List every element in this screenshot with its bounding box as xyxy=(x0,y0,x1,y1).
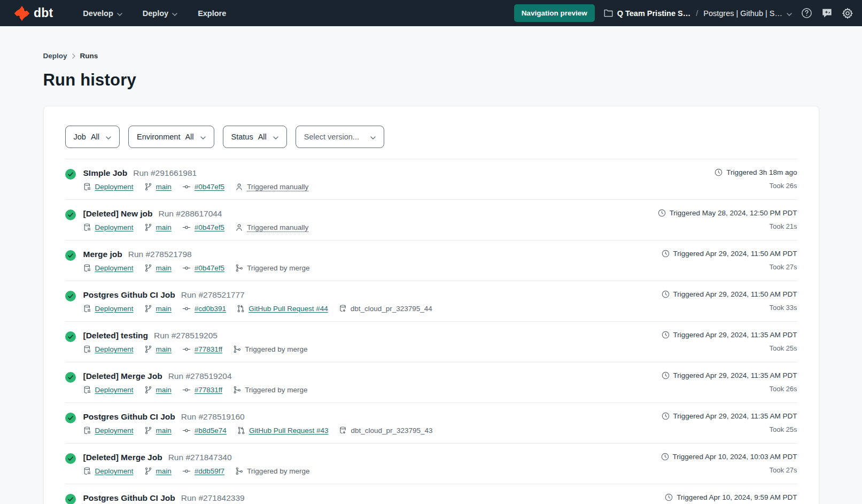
environment-link[interactable]: Deployment xyxy=(95,345,134,353)
environment-link[interactable]: Deployment xyxy=(95,264,134,272)
commit-detail: #0b47ef5 xyxy=(182,223,224,231)
run-duration: Took 25s xyxy=(653,425,797,433)
environment-link[interactable]: Deployment xyxy=(95,386,134,394)
status-filter-dropdown[interactable]: Status All xyxy=(223,126,287,148)
environment-link[interactable]: Deployment xyxy=(95,305,134,313)
run-job-name-link[interactable]: [Deleted] Merge Job xyxy=(83,371,162,381)
database-icon xyxy=(83,223,91,231)
run-success-icon xyxy=(65,453,76,464)
environment-filter-dropdown[interactable]: Environment All xyxy=(128,126,214,148)
branch-detail: main xyxy=(144,467,172,475)
git-commit-icon xyxy=(182,305,191,313)
clock-icon xyxy=(662,290,670,298)
run-job-name-link[interactable]: [Deleted] Merge Job xyxy=(83,453,162,462)
run-duration: Took 26s xyxy=(653,385,797,393)
primary-nav: Develop Deploy Explore xyxy=(83,9,226,18)
git-commit-icon xyxy=(182,427,191,435)
nav-item-deploy[interactable]: Deploy xyxy=(143,9,177,18)
environment-link[interactable]: Deployment xyxy=(95,467,134,475)
pull-request-icon xyxy=(237,427,245,435)
nav-item-develop[interactable]: Develop xyxy=(83,9,122,18)
branch-link[interactable]: main xyxy=(156,183,172,191)
pull-request-link[interactable]: GitHub Pull Request #43 xyxy=(249,427,329,435)
run-job-name-link[interactable]: Postgres Github CI Job xyxy=(83,290,175,300)
filter-value: All xyxy=(258,133,267,141)
run-job-name-link[interactable]: [Deleted] New job xyxy=(83,209,153,219)
commit-link[interactable]: #0b47ef5 xyxy=(195,264,224,272)
run-number: Run #278519205 xyxy=(154,331,218,340)
clock-icon xyxy=(662,412,670,420)
run-job-name-link[interactable]: SImple Job xyxy=(83,168,128,178)
trigger-merge-detail: Triggered by merge xyxy=(233,386,307,394)
commit-link[interactable]: #ddb59f7 xyxy=(195,467,224,475)
run-row: [Deleted] New job Run #288617044 Deploym… xyxy=(65,200,797,241)
trigger-merge-label: Triggered by merge xyxy=(245,386,307,394)
run-success-icon xyxy=(65,413,76,423)
help-icon[interactable] xyxy=(801,7,812,19)
nav-item-explore[interactable]: Explore xyxy=(198,9,226,18)
run-row: [Deleted] Merge Job Run #278519204 Deplo… xyxy=(65,362,797,403)
environment-link[interactable]: Deployment xyxy=(95,223,134,231)
branch-link[interactable]: main xyxy=(156,345,172,353)
triggered-time: Triggered Apr 10, 2024, 9:59 AM PDT xyxy=(677,493,797,501)
job-filter-dropdown[interactable]: Job All xyxy=(65,126,120,148)
branch-link[interactable]: main xyxy=(156,223,172,231)
schema-label: dbt_cloud_pr_323795_43 xyxy=(351,427,432,435)
trigger-merge-label: Triggered by merge xyxy=(247,467,309,475)
commit-link[interactable]: #77831ff xyxy=(195,345,222,353)
git-commit-icon xyxy=(182,183,191,191)
database-icon xyxy=(83,264,91,272)
gear-icon[interactable] xyxy=(842,7,853,19)
run-number: Run #278521798 xyxy=(128,250,192,259)
database-icon xyxy=(83,183,91,191)
environment-link[interactable]: Deployment xyxy=(95,427,134,435)
commit-detail: #0b47ef5 xyxy=(182,183,224,191)
navigation-preview-button[interactable]: Navigation preview xyxy=(514,4,595,22)
branch-detail: main xyxy=(144,223,172,231)
run-number: Run #278519160 xyxy=(181,412,245,422)
run-duration: Took 33s xyxy=(653,304,797,312)
triggered-time: Triggered Apr 29, 2024, 11:50 AM PDT xyxy=(673,250,797,258)
triggered-time: Triggered 3h 18m ago xyxy=(726,168,797,176)
project-picker[interactable]: Q Team Pristine S… / Postgres | Github |… xyxy=(604,9,792,18)
git-branch-icon xyxy=(144,264,152,272)
breadcrumb-deploy[interactable]: Deploy xyxy=(43,52,67,60)
feedback-icon[interactable] xyxy=(821,7,833,19)
breadcrumb: Deploy Runs xyxy=(43,52,819,60)
environment-link[interactable]: Deployment xyxy=(95,183,134,191)
commit-link[interactable]: #0b47ef5 xyxy=(195,183,224,191)
run-job-name-link[interactable]: Postgres Github CI Job xyxy=(83,493,175,503)
branch-link[interactable]: main xyxy=(156,386,172,394)
branch-link[interactable]: main xyxy=(156,427,172,435)
commit-link[interactable]: #0b47ef5 xyxy=(195,223,224,231)
run-number: Run #291661981 xyxy=(133,168,197,178)
run-job-name-link[interactable]: Merge job xyxy=(83,250,122,259)
version-filter-dropdown[interactable]: Select version... xyxy=(296,126,384,148)
page-title: Run history xyxy=(43,71,819,90)
run-duration: Took 27s xyxy=(653,263,797,271)
git-branch-icon xyxy=(144,345,152,353)
run-history-card: Job All Environment All Status All Selec… xyxy=(43,106,819,504)
schema-detail: dbt_cloud_pr_323795_44 xyxy=(339,305,432,313)
commit-detail: #b8d5e74 xyxy=(182,427,227,435)
branch-link[interactable]: main xyxy=(156,264,172,272)
git-commit-icon xyxy=(182,264,191,272)
dbt-logo-icon xyxy=(14,5,30,21)
run-row: [Deleted] testing Run #278519205 Deploym… xyxy=(65,322,797,362)
run-job-name-link[interactable]: Postgres Github CI Job xyxy=(83,412,175,422)
commit-link[interactable]: #b8d5e74 xyxy=(195,427,227,435)
branch-link[interactable]: main xyxy=(156,305,172,313)
pull-request-link[interactable]: GitHub Pull Request #44 xyxy=(248,305,328,313)
environment-detail: Deployment xyxy=(83,305,134,313)
git-commit-icon xyxy=(182,386,191,394)
brand-name: dbt xyxy=(34,6,53,20)
clock-icon xyxy=(662,250,670,258)
run-success-icon xyxy=(65,372,76,383)
branch-link[interactable]: main xyxy=(156,467,172,475)
commit-link[interactable]: #cd0b391 xyxy=(195,305,226,313)
dbt-logo[interactable]: dbt xyxy=(14,5,53,21)
run-job-name-link[interactable]: [Deleted] testing xyxy=(83,331,148,340)
run-history-page: Deploy Runs Run history Job All Environm… xyxy=(43,26,819,504)
commit-link[interactable]: #77831ff xyxy=(195,386,222,394)
trigger-merge-detail: Triggered by merge xyxy=(235,467,309,475)
